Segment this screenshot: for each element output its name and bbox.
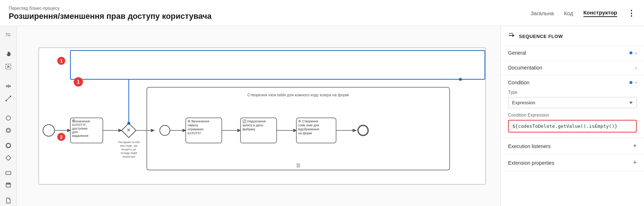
select-icon: [5, 63, 12, 70]
svg-text:складу кодів: складу кодів: [120, 151, 137, 155]
svg-text:Визначення
        КАТОТТГ,
  : Визначення КАТОТТГ, доступних для видале…: [72, 119, 91, 138]
section-general-title: General: [508, 50, 526, 56]
tool-align-h[interactable]: [3, 80, 14, 92]
condition-chevron: ›: [633, 82, 639, 83]
svg-text:Створення view table для кожно: Створення view table для кожного коду юз…: [247, 93, 349, 97]
execution-listeners-plus[interactable]: +: [633, 142, 637, 150]
toolbar-group-top: TG: [3, 29, 14, 41]
tool-diamond[interactable]: [3, 152, 14, 164]
section-general-header[interactable]: General ›: [501, 46, 644, 60]
section-general-right: ›: [629, 50, 637, 56]
tg-icon: TG: [5, 32, 11, 38]
bpmn-diagram: 1 Визначення КАТОТТГ, доступних для вида…: [17, 26, 500, 206]
tool-end-circle[interactable]: [3, 140, 14, 151]
extension-properties-plus[interactable]: +: [633, 159, 637, 167]
section-documentation: Documentation ›: [501, 60, 644, 75]
sequence-flow-icon: [508, 32, 515, 41]
condition-expr-input[interactable]: [508, 120, 637, 133]
svg-point-6: [10, 96, 11, 97]
section-condition: Condition › Type Expression Script None …: [501, 75, 644, 138]
header-subtitle: Перегляд бізнес-процесу: [9, 6, 212, 11]
section-general: General ›: [501, 46, 644, 60]
svg-point-10: [6, 143, 11, 148]
diamond-icon: [5, 155, 12, 161]
badge-2: 2: [57, 133, 65, 141]
db-icon: [5, 182, 12, 189]
nav-constructor[interactable]: Конструктор: [583, 9, 617, 17]
condition-type-select[interactable]: Expression Script None: [508, 97, 637, 108]
svg-point-39: [127, 122, 130, 125]
tool-hand[interactable]: [3, 49, 14, 60]
end-circle-icon: [5, 142, 12, 149]
doc-icon: [5, 197, 12, 204]
main-layout: TG: [0, 26, 644, 206]
documentation-chevron: ›: [635, 65, 637, 71]
tool-doc[interactable]: [3, 195, 14, 206]
section-documentation-title: Documentation: [508, 65, 542, 71]
section-extension-properties: Extension properties +: [501, 155, 644, 171]
section-execution-listeners-header[interactable]: Execution listeners +: [501, 138, 644, 154]
panel-header: SEQUENCE FLOW: [501, 26, 644, 46]
condition-dot: [629, 81, 632, 84]
condition-expr-label: Condition Expression: [508, 113, 637, 118]
section-extension-properties-header[interactable]: Extension properties +: [501, 155, 644, 171]
toolbar-group-shapes3: [3, 167, 14, 191]
svg-text:входять до: входять до: [121, 148, 136, 151]
align-h-icon: [5, 83, 12, 89]
svg-point-9: [7, 129, 10, 132]
right-panel: SEQUENCE FLOW General › Documentation ›: [500, 26, 644, 206]
general-chevron: ›: [635, 50, 637, 56]
svg-rect-12: [6, 172, 11, 175]
section-extension-properties-right: +: [633, 159, 637, 167]
svg-line-4: [6, 96, 11, 101]
svg-text:TG: TG: [5, 33, 11, 37]
header-left: Перегляд бізнес-процесу Розширення/зменш…: [9, 6, 212, 21]
svg-text:|||: |||: [297, 163, 300, 168]
nav-code[interactable]: Код: [564, 10, 573, 16]
more-menu-button[interactable]: ⋮: [627, 9, 635, 18]
svg-point-24: [43, 125, 55, 136]
badge-1: 1: [57, 57, 65, 65]
section-extension-properties-title: Extension properties: [508, 160, 554, 166]
general-dot: [629, 51, 632, 54]
hand-icon: [5, 51, 12, 58]
tool-rect[interactable]: [3, 167, 14, 179]
section-execution-listeners-right: +: [633, 142, 637, 150]
tool-tg[interactable]: TG: [3, 29, 14, 41]
toolbar: TG: [0, 26, 17, 206]
header-right: Загальна Код Конструктор ⋮: [531, 9, 635, 18]
toolbar-group-shapes4: [3, 195, 14, 206]
condition-type-label: Type: [508, 90, 637, 95]
tool-circle[interactable]: [3, 112, 14, 124]
tool-db[interactable]: [3, 180, 14, 191]
header-title: Розширення/зменшення прав доступу корист…: [9, 12, 212, 21]
svg-text:✕: ✕: [127, 127, 131, 133]
svg-text:1: 1: [77, 79, 80, 85]
section-condition-right: ›: [629, 80, 637, 85]
tool-double-circle[interactable]: [3, 125, 14, 136]
circle-icon: [5, 115, 12, 121]
canvas-area[interactable]: 1 Визначення КАТОТТГ, доступних для вида…: [17, 26, 500, 206]
tool-connect[interactable]: [3, 93, 14, 104]
toolbar-group-shapes: [3, 112, 14, 136]
section-execution-listeners: Execution listeners +: [501, 138, 644, 155]
svg-point-40: [459, 78, 462, 81]
svg-text:ініціатора: ініціатора: [123, 155, 136, 158]
double-circle-icon: [5, 127, 12, 134]
panel-header-title: SEQUENCE FLOW: [519, 34, 563, 39]
toolbar-group-align: [3, 80, 14, 104]
condition-content: Type Expression Script None Condition Ex…: [501, 90, 644, 138]
nav-general[interactable]: Загальна: [531, 10, 554, 16]
section-documentation-right: ›: [635, 65, 637, 71]
tool-select[interactable]: [3, 61, 14, 72]
section-condition-header[interactable]: Condition ›: [501, 75, 644, 90]
svg-point-5: [5, 100, 7, 101]
section-condition-title: Condition: [508, 80, 529, 85]
svg-point-7: [6, 116, 11, 120]
section-documentation-header[interactable]: Documentation ›: [501, 60, 644, 75]
svg-point-56: [358, 125, 368, 135]
connect-icon: [5, 95, 12, 102]
svg-text:має коди, що: має коди, що: [120, 144, 138, 147]
rect-icon: [5, 170, 12, 176]
toolbar-group-shapes2: [3, 140, 14, 164]
